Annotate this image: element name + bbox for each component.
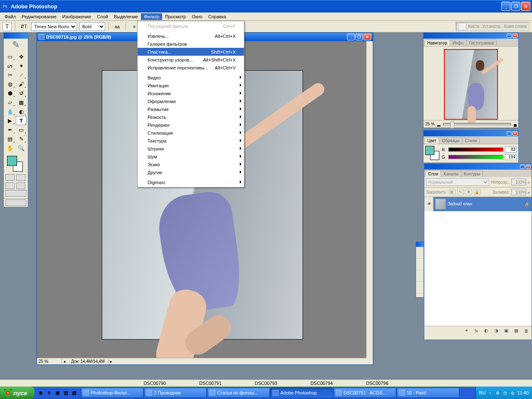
link-layers-icon[interactable]: ⚭ <box>463 328 470 334</box>
current-tool-indicator[interactable]: T <box>2 22 12 31</box>
menu-window[interactable]: Окно <box>189 13 205 20</box>
screenmode-standard-icon[interactable] <box>5 182 15 189</box>
marquee-tool[interactable]: ▭ <box>5 52 15 61</box>
tray-icon[interactable]: ⚙ <box>495 390 500 396</box>
filter-menu-item[interactable]: Пластика...Shift+Ctrl+X <box>138 48 244 56</box>
channel-g-value[interactable]: 194 <box>505 154 517 160</box>
history-brush-tool[interactable]: ↺ <box>16 89 27 98</box>
shape-tool[interactable]: ▭ <box>16 125 27 134</box>
screenmode-full2-icon[interactable] <box>5 190 26 197</box>
thumb-label[interactable]: DSC00796 <box>366 381 389 386</box>
palette-close-button[interactable]: ✕ <box>512 34 517 38</box>
layer-name[interactable]: Задний план <box>448 202 472 206</box>
notes-tool[interactable]: ▤ <box>5 134 15 143</box>
palette-minimize-button[interactable]: _ <box>507 131 512 135</box>
opacity-arrow-icon[interactable]: ▸ <box>528 180 530 185</box>
lasso-tool[interactable]: ᔕ <box>5 61 15 70</box>
tray-lang[interactable]: RU <box>479 390 486 395</box>
delete-layer-icon[interactable]: 🗑 <box>522 328 530 334</box>
font-family-select[interactable]: Times New Roman <box>31 22 77 31</box>
layer-thumbnail[interactable] <box>435 199 446 209</box>
lock-pixels-icon[interactable]: ✎ <box>457 189 464 195</box>
doc-maximize-button[interactable]: ❐ <box>355 34 363 40</box>
filter-menu-item[interactable]: Конструктор узоров...Alt+Shift+Ctrl+X <box>138 56 244 64</box>
palette-minimize-button[interactable]: _ <box>520 165 525 169</box>
tab-layers[interactable]: Слои <box>425 170 441 177</box>
filter-menu-item[interactable]: Digimarc <box>138 178 244 186</box>
channel-g-slider[interactable] <box>448 155 503 159</box>
color-fg-swatch[interactable] <box>425 146 434 155</box>
text-orientation-toggle[interactable]: ⇵T <box>19 22 29 31</box>
slice-tool[interactable]: ⟋ <box>16 70 27 79</box>
navigator-zoom[interactable]: 25 % <box>425 122 435 126</box>
wand-tool[interactable]: ✦ <box>16 61 27 70</box>
palette-close-button[interactable]: ✕ <box>526 165 531 169</box>
tab-histogram[interactable]: Гистограмма <box>466 39 497 46</box>
menu-view[interactable]: Просмотр <box>162 13 189 20</box>
quickmask-on-icon[interactable] <box>16 174 25 181</box>
ql-chrome-icon[interactable]: ◉ <box>37 388 44 397</box>
filter-menu-item[interactable]: Видео <box>138 74 244 81</box>
layers-titlebar[interactable]: _ ✕ <box>424 164 532 170</box>
filter-menu-item[interactable]: Размытие <box>138 105 244 113</box>
taskbar-task[interactable]: 10 - Paint <box>397 388 459 398</box>
tray-clock[interactable]: 11:40 <box>517 390 529 395</box>
start-button[interactable]: пуск <box>0 387 34 399</box>
filter-menu-item[interactable]: Стилизация <box>138 129 244 137</box>
filter-menu-item[interactable]: Рендеринг <box>138 121 244 129</box>
crop-tool[interactable]: ✂ <box>5 70 15 79</box>
maximize-button[interactable]: ❐ <box>511 2 520 11</box>
palette-well-icon[interactable] <box>458 23 466 30</box>
color-swatches[interactable] <box>425 146 439 160</box>
navigator-titlebar[interactable]: _ ✕ <box>424 33 518 39</box>
filter-menu-item[interactable]: Другие <box>138 168 244 176</box>
lock-transparency-icon[interactable]: ▨ <box>449 189 456 195</box>
tab-styles[interactable]: Стили <box>462 137 480 144</box>
filter-menu-item[interactable]: Имитация <box>138 81 244 89</box>
color-titlebar[interactable]: _ ✕ <box>424 131 518 136</box>
path-select-tool[interactable]: ▶ <box>5 116 15 125</box>
tab-navigator[interactable]: Навигатор <box>424 39 450 46</box>
antialias-icon[interactable]: aa <box>112 22 122 31</box>
tab-swatches[interactable]: Образцы <box>439 137 462 144</box>
zoom-tool[interactable]: 🔍 <box>16 143 27 153</box>
eyedropper-tool[interactable]: ✎ <box>16 134 27 143</box>
thumb-label[interactable]: DSC00794 <box>310 381 333 386</box>
tab-channels[interactable]: Каналы <box>441 170 461 177</box>
layer-list[interactable]: 👁 Задний план 🔒 <box>424 197 532 326</box>
lock-all-icon[interactable]: 🔒 <box>474 189 480 195</box>
gradient-tool[interactable]: ▦ <box>16 98 27 107</box>
ql-ie-icon[interactable]: e <box>45 388 53 397</box>
pen-tool[interactable]: ✒ <box>5 125 15 134</box>
thumb-label[interactable]: DSC00791 <box>199 381 222 386</box>
fill-input[interactable] <box>511 189 526 195</box>
palette-well-tab-brushes[interactable]: Кисти <box>468 24 480 29</box>
status-menu-arrow-icon[interactable]: ▸ <box>62 359 68 365</box>
filter-menu-item[interactable]: Штрихи <box>138 145 244 153</box>
type-tool[interactable]: T <box>16 116 27 125</box>
filter-menu-item[interactable]: Эскиз <box>138 160 244 168</box>
channel-r-slider[interactable] <box>448 148 503 152</box>
fill-arrow-icon[interactable]: ▸ <box>528 190 530 195</box>
layer-style-icon[interactable]: fx <box>473 328 480 334</box>
font-weight-select[interactable]: Bold <box>79 22 105 31</box>
filter-menu-item[interactable]: Оформление <box>138 97 244 105</box>
palette-minimize-button[interactable]: _ <box>507 34 512 38</box>
adjustment-layer-icon[interactable]: ◑ <box>493 328 500 334</box>
tray-icon[interactable]: ◎ <box>510 390 515 396</box>
quickmask-off-icon[interactable] <box>5 174 15 181</box>
toolbox-titlebar[interactable] <box>4 33 28 39</box>
move-tool[interactable]: ✥ <box>16 52 27 61</box>
layer-mask-icon[interactable]: ◐ <box>483 328 490 334</box>
taskbar-task[interactable]: DSC00751 - ACDS... <box>334 388 396 398</box>
zoom-out-icon[interactable]: ▂ <box>437 122 441 126</box>
eraser-tool[interactable]: ▱ <box>5 98 15 107</box>
tab-color[interactable]: Цвет <box>424 137 439 144</box>
menu-layer[interactable]: Слой <box>94 13 111 20</box>
color-picker[interactable] <box>5 155 26 172</box>
filter-menu-item[interactable]: Искажение <box>138 89 244 97</box>
channel-r-value[interactable]: 83 <box>505 147 517 153</box>
zoom-in-icon[interactable]: ▄ <box>514 122 517 126</box>
filter-menu-item[interactable]: Резкость <box>138 113 244 121</box>
taskbar-task[interactable]: Статьи по фотош... <box>207 388 270 398</box>
